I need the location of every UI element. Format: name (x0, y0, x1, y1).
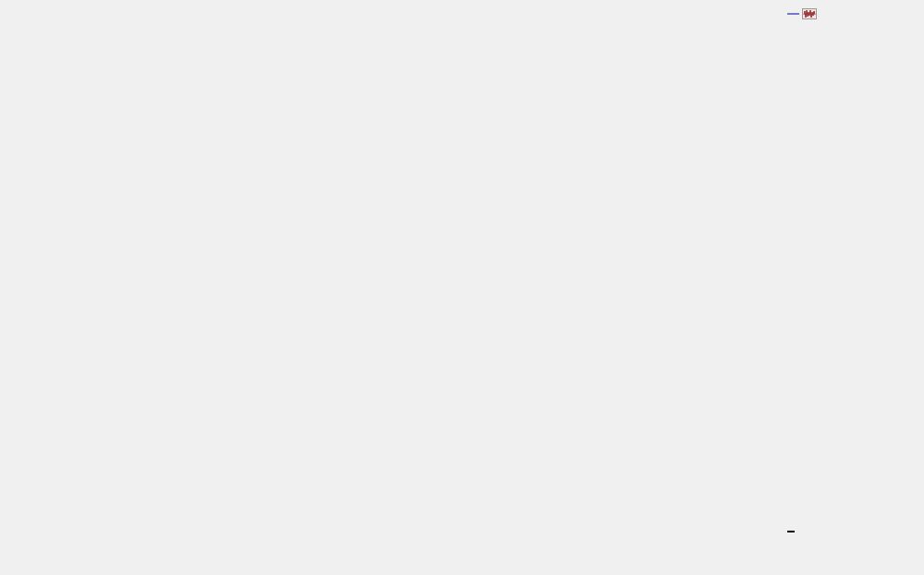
waterfall-plot-canvas[interactable] (0, 0, 924, 575)
waterfall-chart-window (0, 0, 924, 575)
legend[interactable] (787, 8, 820, 19)
waveform-icon (802, 8, 817, 19)
cursor-readout (787, 531, 795, 532)
legend-line-swatch (787, 13, 799, 15)
